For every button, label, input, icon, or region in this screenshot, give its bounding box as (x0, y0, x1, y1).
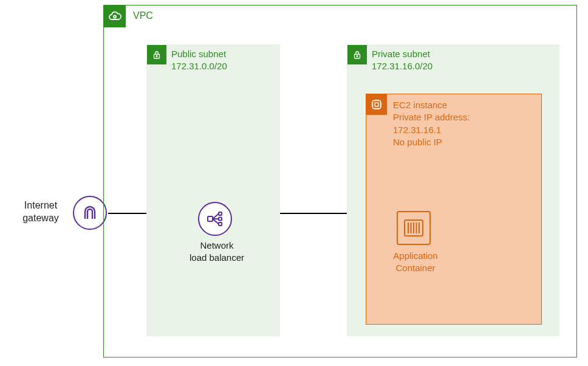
vpc-label: VPC (133, 10, 153, 21)
nlb-icon (198, 202, 232, 236)
ec2-badge (366, 94, 387, 115)
public-subnet-title: Public subnet (171, 49, 226, 59)
diagram-canvas: Internet gateway VPC (0, 0, 588, 366)
private-subnet-badge (347, 45, 367, 64)
lock-icon (352, 49, 363, 60)
container-label-line2: Container (395, 263, 435, 273)
svg-rect-4 (219, 212, 222, 215)
internet-gateway-icon (73, 196, 107, 230)
gateway-arch-icon (80, 203, 100, 223)
ec2-line3: 172.31.16.1 (393, 124, 470, 136)
ec2-line1: EC2 instance (393, 99, 470, 111)
public-subnet-box: Public subnet 172.31.0.0/20 Network load… (146, 44, 280, 336)
vpc-badge (104, 5, 126, 27)
svg-rect-3 (208, 216, 213, 221)
load-balancer-icon (205, 209, 225, 229)
svg-rect-9 (373, 101, 381, 109)
chip-icon (370, 98, 383, 111)
nlb-label-line1: Network (200, 240, 233, 250)
svg-point-0 (114, 16, 116, 18)
igw-label-line1: Internet (24, 200, 57, 210)
container-icon (403, 217, 425, 239)
container-label-line1: Application (393, 250, 437, 261)
svg-rect-5 (219, 218, 222, 221)
private-subnet-title: Private subnet (372, 49, 430, 59)
private-subnet-box: Private subnet 172.31.16.0/20 EC2 instan… (347, 44, 559, 336)
cloud-icon (108, 9, 122, 24)
public-subnet-badge (147, 45, 166, 64)
svg-point-2 (156, 55, 157, 57)
svg-point-8 (357, 55, 358, 57)
nlb-label-line2: load balancer (190, 252, 244, 263)
vpc-box: VPC Public subnet 172.31.0.0/20 (103, 5, 577, 357)
internet-gateway-label: Internet gateway (13, 199, 68, 225)
ec2-instance-box: EC2 instance Private IP address: 172.31.… (366, 94, 542, 325)
container-label: Application Container (382, 250, 449, 274)
private-subnet-cidr: 172.31.16.0/20 (372, 61, 432, 71)
igw-label-line2: gateway (22, 213, 59, 223)
lock-icon (151, 49, 162, 60)
svg-rect-6 (219, 223, 222, 226)
svg-rect-10 (375, 103, 378, 106)
ec2-line4: No public IP (393, 136, 470, 148)
ec2-line2: Private IP address: (393, 111, 470, 123)
public-subnet-cidr: 172.31.0.0/20 (171, 61, 227, 71)
container-icon-box (397, 211, 431, 245)
nlb-label: Network load balancer (183, 240, 250, 263)
ec2-text: EC2 instance Private IP address: 172.31.… (393, 99, 470, 148)
